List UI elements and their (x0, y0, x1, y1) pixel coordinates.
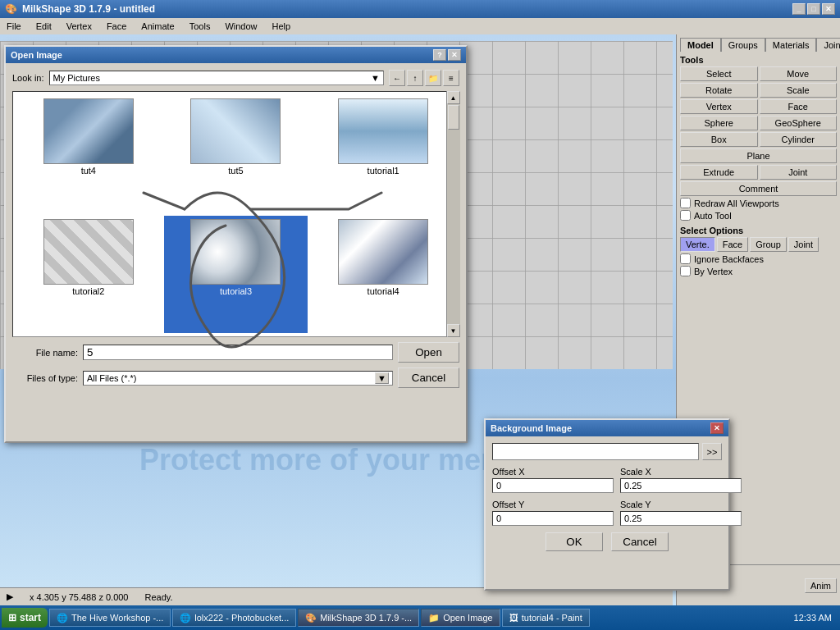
extrude-button[interactable]: Extrude (680, 165, 758, 180)
menu-window[interactable]: Window (221, 21, 260, 32)
app-title: MilkShape 3D 1.7.9 - untitled (22, 3, 155, 15)
filetype-arrow[interactable]: ▼ (375, 372, 389, 384)
tab-joints[interactable]: Joints (816, 38, 840, 52)
joint-button[interactable]: Joint (760, 165, 838, 180)
cancel-button[interactable]: Cancel (398, 368, 459, 388)
background-image-dialog: Background Image ✕ >> Offset X Scale X O… (484, 418, 730, 591)
open-dialog-body: Look in: My Pictures ▼ ← ↑ 📁 ≡ tut4 (6, 63, 466, 395)
bg-path-input[interactable] (492, 443, 699, 460)
plane-button[interactable]: Plane (680, 148, 837, 163)
tutorial4-thumbnail (338, 219, 428, 285)
scroll-down-btn[interactable]: ▼ (447, 324, 460, 337)
tutorial4-thumb-content (339, 220, 427, 284)
select-options-label: Select Options (680, 226, 837, 235)
taskbar-item-milkshape[interactable]: 🎨 MilkShape 3D 1.7.9 -... (298, 609, 419, 627)
move-button[interactable]: Move (760, 66, 838, 81)
taskbar-item-paint[interactable]: 🖼 tutorial4 - Paint (502, 609, 590, 627)
by-vertex-checkbox[interactable] (680, 266, 691, 276)
filetype-combo[interactable]: All Files (*.*) ▼ (83, 371, 393, 386)
select-group-btn[interactable]: Group (750, 237, 787, 252)
titlebar-left: 🎨 MilkShape 3D 1.7.9 - untitled (5, 3, 155, 15)
file-item-tut4[interactable]: tut4 (16, 95, 161, 212)
paint-label: tutorial4 - Paint (522, 613, 582, 623)
file-item-tutorial2[interactable]: tutorial2 (16, 216, 161, 333)
tab-model[interactable]: Model (680, 38, 721, 52)
tut4-name: tut4 (81, 166, 96, 176)
scale-button[interactable]: Scale (760, 83, 838, 98)
minimize-button[interactable]: _ (792, 3, 806, 15)
tab-materials[interactable]: Materials (765, 38, 817, 52)
file-item-tut5[interactable]: tut5 (164, 95, 308, 212)
menu-edit[interactable]: Edit (33, 21, 55, 32)
menu-animate[interactable]: Animate (138, 21, 177, 32)
look-in-arrow: ▼ (371, 73, 380, 83)
tab-groups[interactable]: Groups (721, 38, 765, 52)
open-dialog-close-btn[interactable]: ✕ (448, 49, 461, 61)
box-button[interactable]: Box (680, 132, 758, 147)
back-icon[interactable]: ← (389, 70, 405, 86)
taskbar-item-photobucket[interactable]: 🌐 lolx222 - Photobucket... (172, 609, 296, 627)
select-button[interactable]: Select (680, 66, 758, 81)
view-options-icon[interactable]: ≡ (443, 70, 459, 86)
filename-input[interactable] (83, 345, 393, 360)
titlebar-buttons: _ □ ✕ (792, 3, 835, 15)
ignore-backfaces-checkbox[interactable] (680, 253, 691, 264)
scale-x-input[interactable] (620, 478, 742, 493)
file-item-tutorial4[interactable]: tutorial4 (311, 216, 455, 333)
bg-dialog-body: >> Offset X Scale X Offset Y Scale Y OK … (486, 436, 728, 558)
vertex-button[interactable]: Vertex (680, 99, 758, 114)
statusbar-arrow-icon: ▶ (7, 591, 13, 602)
scroll-thumb[interactable] (448, 105, 459, 130)
menu-help[interactable]: Help (269, 21, 294, 32)
scale-x-group: Scale X (620, 467, 742, 493)
menu-face[interactable]: Face (103, 21, 130, 32)
menu-file[interactable]: File (3, 21, 25, 32)
autotool-checkbox[interactable] (680, 210, 691, 221)
open-dialog-help-btn[interactable]: ? (433, 49, 446, 61)
scroll-up-btn[interactable]: ▲ (447, 91, 460, 104)
filetype-label: Files of type: (12, 373, 78, 383)
anim-button[interactable]: Anim (805, 578, 837, 593)
select-verte-btn[interactable]: Verte. (680, 237, 715, 252)
filetype-row: Files of type: All Files (*.*) ▼ Cancel (12, 368, 459, 388)
select-face-btn[interactable]: Face (717, 237, 748, 252)
cylinder-button[interactable]: Cylinder (760, 132, 838, 147)
tutorial3-name: tutorial3 (220, 286, 252, 296)
select-joint-btn[interactable]: Joint (788, 237, 819, 252)
bg-ok-button[interactable]: OK (546, 532, 603, 551)
rotate-button[interactable]: Rotate (680, 83, 758, 98)
maximize-button[interactable]: □ (807, 3, 820, 15)
bg-dialog-titlebar: Background Image ✕ (486, 420, 728, 436)
taskbar-item-hiveworkshop[interactable]: 🌐 The Hive Workshop -... (49, 609, 171, 627)
redraw-label: Redraw All Viewports (694, 199, 779, 208)
face-button[interactable]: Face (760, 99, 838, 114)
start-button[interactable]: ⊞ start (2, 608, 48, 628)
file-list-scrollbar[interactable]: ▲ ▼ (446, 91, 459, 337)
scale-y-input[interactable] (620, 511, 742, 526)
file-item-tutorial1[interactable]: tutorial1 (311, 95, 455, 212)
status-text: Ready. (144, 592, 172, 602)
offset-y-input[interactable] (492, 511, 614, 526)
geosphere-button[interactable]: GeoSphere (760, 116, 838, 130)
sphere-button[interactable]: Sphere (680, 116, 758, 130)
up-icon[interactable]: ↑ (407, 70, 423, 86)
menu-tools[interactable]: Tools (186, 21, 214, 32)
look-in-combo[interactable]: My Pictures ▼ (49, 71, 384, 85)
open-button[interactable]: Open (398, 342, 459, 363)
close-button[interactable]: ✕ (822, 3, 835, 15)
comment-button[interactable]: Comment (680, 181, 837, 196)
start-label: start (20, 612, 41, 623)
new-folder-icon[interactable]: 📁 (425, 70, 441, 86)
bg-dialog-close-btn[interactable]: ✕ (710, 422, 724, 434)
bg-browse-btn[interactable]: >> (702, 443, 722, 460)
redraw-checkbox-row: Redraw All Viewports (680, 198, 837, 208)
paint-icon: 🖼 (509, 613, 518, 623)
open-image-dialog: Open Image ? ✕ Look in: My Pictures ▼ ← … (4, 45, 468, 443)
menu-vertex[interactable]: Vertex (63, 21, 95, 32)
file-list[interactable]: tut4 tut5 tutorial1 (12, 91, 459, 337)
offset-x-input[interactable] (492, 478, 614, 493)
file-item-tutorial3[interactable]: tutorial3 (164, 216, 308, 333)
bg-cancel-button[interactable]: Cancel (611, 532, 669, 551)
redraw-checkbox[interactable] (680, 198, 691, 208)
taskbar-item-openimage[interactable]: 📁 Open Image (421, 609, 500, 627)
